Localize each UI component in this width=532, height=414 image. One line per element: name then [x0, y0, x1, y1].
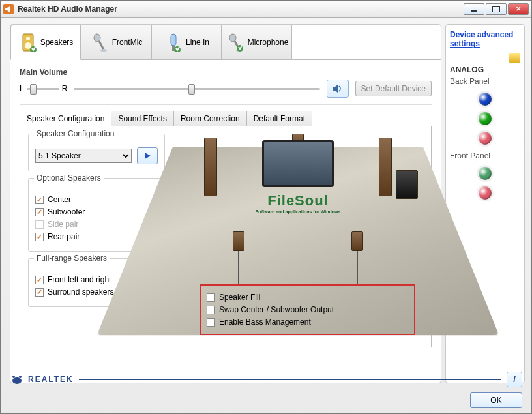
- svg-point-5: [94, 34, 100, 42]
- checkbox-label: Rear pair: [48, 232, 80, 241]
- tab-microphone[interactable]: Microphone: [222, 25, 292, 60]
- optional-speakers-title: Optional Speakers: [34, 173, 104, 183]
- front-jack-0[interactable]: [479, 167, 492, 180]
- balance-control: L R: [20, 83, 67, 95]
- window-title: Realtek HD Audio Manager: [18, 5, 117, 14]
- speaker-config-title: Speaker Configuration: [34, 129, 117, 138]
- checkbox-icon: [35, 196, 44, 204]
- device-tabs: SpeakersFrontMicLine InMicrophone: [10, 25, 441, 60]
- close-button[interactable]: ✕: [508, 3, 529, 15]
- svg-marker-0: [5, 6, 10, 12]
- subtab-default-format[interactable]: Default Format: [246, 111, 312, 126]
- tab-speakers-icon: [18, 33, 38, 52]
- speaker-config-group: Speaker Configuration 5.1 Speaker: [28, 134, 165, 171]
- checkbox-label: Front left and right: [48, 275, 111, 284]
- checkbox-icon: [207, 306, 215, 314]
- config-body: Speaker Configuration 5.1 Speaker Option…: [20, 126, 432, 347]
- tab-microphone-icon: [226, 33, 245, 52]
- checkbox-label: Side pair: [48, 220, 78, 229]
- main-volume-label: Main Volume: [20, 68, 432, 77]
- subtab-sound-effects[interactable]: Sound Effects: [111, 111, 174, 126]
- speaker-stage: FileSoul Software and applications for W…: [173, 134, 423, 339]
- device-tab-label: FrontMic: [112, 38, 143, 47]
- maximize-button[interactable]: [486, 3, 507, 15]
- front-jack-1[interactable]: [479, 186, 492, 200]
- minimize-button[interactable]: [464, 3, 484, 15]
- tab-frontmic[interactable]: FrontMic: [81, 25, 151, 60]
- volume-slider[interactable]: [74, 83, 319, 95]
- speaker-front-right[interactable]: [379, 138, 392, 196]
- checkbox-icon: [35, 288, 44, 297]
- tab-linein-icon: [164, 33, 183, 52]
- back-jack-2[interactable]: [479, 132, 492, 145]
- speaker-config-select[interactable]: 5.1 Speaker: [35, 149, 132, 163]
- subtab-speaker-configuration[interactable]: Speaker Configuration: [20, 111, 111, 126]
- balance-slider[interactable]: [27, 83, 59, 95]
- back-jack-1[interactable]: [479, 112, 492, 125]
- device-tab-label: Microphone: [248, 38, 289, 47]
- extra-options-box: Speaker FillSwap Center / Subwoofer Outp…: [200, 284, 415, 335]
- checkbox-icon: [35, 233, 44, 241]
- checkbox-label: Surround speakers: [48, 288, 113, 297]
- svg-marker-15: [333, 85, 338, 93]
- balance-left-label: L: [20, 84, 24, 93]
- svg-marker-16: [145, 153, 151, 159]
- realtek-crab-icon: [10, 373, 24, 386]
- checkbox-label: Speaker Fill: [219, 293, 260, 302]
- ok-button[interactable]: OK: [470, 392, 522, 408]
- mute-button[interactable]: [327, 80, 349, 98]
- play-icon: [143, 151, 152, 160]
- extra-enable-bass-management[interactable]: Enable Bass Management: [207, 318, 409, 327]
- checkbox-label: Swap Center / Subwoofer Output: [219, 305, 334, 314]
- svg-point-3: [25, 42, 31, 49]
- brand-logo: REALTEK: [10, 373, 74, 386]
- device-advanced-link[interactable]: Device advanced settings: [450, 30, 520, 48]
- speaker-rear-right[interactable]: [351, 231, 363, 251]
- fullrange-speakers-title: Full-range Speakers: [34, 254, 110, 263]
- speaker-front-left[interactable]: [204, 138, 217, 196]
- checkbox-icon: [35, 220, 44, 229]
- optional-subwoofer[interactable]: Subwoofer: [35, 207, 158, 216]
- device-tab-label: Line In: [186, 38, 209, 47]
- svg-point-11: [229, 34, 236, 42]
- tv-icon: [262, 140, 334, 187]
- tab-frontmic-icon: [90, 33, 110, 52]
- app-icon: [3, 4, 14, 14]
- back-jack-0[interactable]: [479, 93, 492, 106]
- tab-linein[interactable]: Line In: [151, 25, 222, 60]
- tab-speakers[interactable]: Speakers: [10, 25, 81, 60]
- subtab-room-correction[interactable]: Room Correction: [173, 111, 247, 126]
- svg-point-7: [100, 49, 107, 52]
- checkbox-icon: [35, 276, 44, 284]
- svg-point-19: [19, 376, 22, 378]
- analog-heading: ANALOG: [450, 65, 520, 74]
- app-window: Realtek HD Audio Manager ✕ SpeakersFront…: [0, 0, 532, 414]
- optional-center[interactable]: Center: [35, 195, 158, 204]
- svg-point-17: [12, 377, 22, 384]
- speaker-icon: [332, 83, 344, 95]
- svg-point-18: [12, 376, 15, 378]
- checkbox-label: Enable Bass Management: [219, 318, 311, 327]
- sub-tabs: Speaker ConfigurationSound EffectsRoom C…: [20, 110, 432, 126]
- extra-speaker-fill[interactable]: Speaker Fill: [207, 293, 409, 302]
- speaker-subwoofer[interactable]: [396, 170, 418, 199]
- info-button[interactable]: i: [507, 372, 522, 387]
- back-panel-label: Back Panel: [450, 77, 520, 86]
- checkbox-icon: [207, 318, 215, 327]
- device-tab-label: Speakers: [40, 38, 74, 47]
- checkbox-icon: [207, 293, 215, 302]
- svg-point-2: [26, 37, 30, 40]
- footer: REALTEK i: [10, 372, 522, 387]
- checkbox-label: Subwoofer: [48, 207, 85, 216]
- balance-right-label: R: [62, 84, 68, 93]
- watermark: FileSoul Software and applications for W…: [256, 192, 341, 214]
- svg-rect-8: [171, 34, 176, 46]
- play-test-button[interactable]: [137, 147, 158, 164]
- checkbox-label: Center: [48, 195, 71, 204]
- set-default-button[interactable]: Set Default Device: [355, 81, 432, 96]
- svg-line-6: [99, 41, 104, 50]
- extra-swap-center-subwoofer-output[interactable]: Swap Center / Subwoofer Output: [207, 305, 409, 314]
- speaker-rear-left[interactable]: [233, 231, 244, 251]
- connector-settings-icon[interactable]: [509, 53, 520, 63]
- front-panel-label: Front Panel: [450, 151, 520, 160]
